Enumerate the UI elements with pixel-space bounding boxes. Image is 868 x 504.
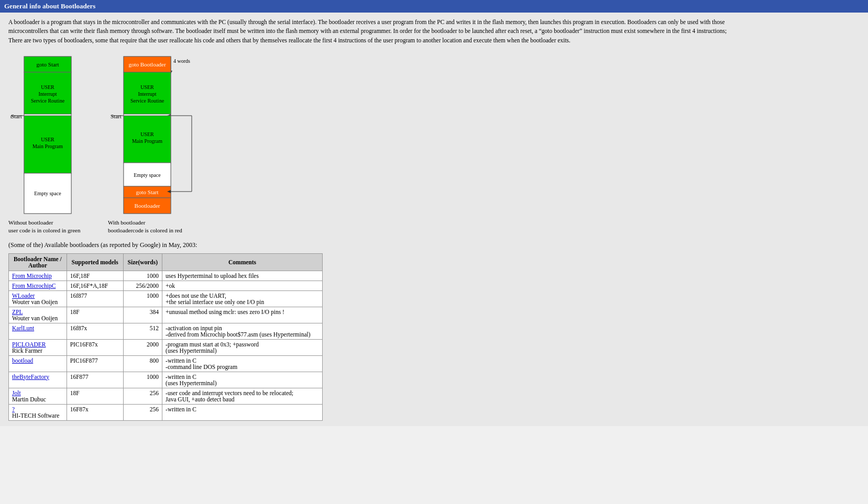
models-cell: 16F877 [67, 372, 123, 388]
svg-text:Interrupt: Interrupt [138, 91, 157, 97]
table-row: WLoaderWouter van Ooijen 16f877 1000 +do… [9, 290, 323, 307]
link-from-microchip[interactable]: From Microchip [12, 273, 52, 279]
size-cell: 256/2000 [123, 281, 162, 290]
diagram-right: 4 words goto Bootloader USER Interrupt [108, 51, 213, 235]
models-cell: 16F,18F [67, 271, 123, 281]
link-bootload[interactable]: bootload [12, 357, 33, 364]
diagrams-area: goto Start USER Interrupt Service Routin… [8, 51, 860, 235]
link-zpl[interactable]: ZPL [12, 309, 23, 315]
table-row: JoltMartin Dubuc 18F 256 -user code and … [9, 388, 323, 404]
svg-text:Start: Start [111, 113, 122, 119]
models-cell: PIC16F87x [67, 339, 123, 355]
svg-text:goto Start: goto Start [36, 61, 59, 68]
comments-cell: -program must start at 0x3; +password(us… [162, 339, 323, 355]
models-cell: 16f87x [67, 323, 123, 339]
table-row: theByteFactory 16F877 1000 -written in C… [9, 372, 323, 388]
table-row: KarlLunt 16f87x 512 -activation on input… [9, 323, 323, 339]
svg-text:Empty space: Empty space [134, 172, 161, 178]
size-cell: 1000 [123, 271, 162, 281]
link-thebytefactory[interactable]: theByteFactory [12, 374, 49, 380]
section-header: (Some of the) Available bootloaders (as … [8, 241, 860, 249]
comments-cell: -written in C-command line DOS program [162, 355, 323, 372]
models-cell: 18F [67, 388, 123, 404]
link-hitech[interactable]: ? [12, 406, 15, 412]
col-header-size: Size(words) [123, 253, 162, 271]
size-cell: 1000 [123, 290, 162, 307]
svg-text:Main Program: Main Program [132, 138, 162, 144]
models-cell: 16F87x [67, 404, 123, 420]
link-from-microchipc[interactable]: From MicrochipC [12, 283, 56, 289]
models-cell: PIC16F877 [67, 355, 123, 372]
size-cell: 1000 [123, 372, 162, 388]
diagram-left: goto Start USER Interrupt Service Routin… [8, 51, 97, 235]
svg-text:Empty space: Empty space [34, 191, 61, 196]
table-row: PICLOADERRick Farmer PIC16F87x 2000 -pro… [9, 339, 323, 355]
svg-text:USER: USER [140, 84, 154, 90]
size-cell: 384 [123, 307, 162, 323]
models-cell: 18F [67, 307, 123, 323]
svg-text:4 words: 4 words [173, 58, 190, 64]
svg-text:USER: USER [41, 84, 54, 90]
table-row: From MicrochipC 16F,16F*A,18F 256/2000 +… [9, 281, 323, 290]
svg-text:Start: Start [11, 113, 22, 119]
table-row: ZPLWouter van Ooijen 18F 384 +unusual me… [9, 307, 323, 323]
svg-text:Bootloader: Bootloader [135, 203, 160, 209]
intro-paragraph-1: A bootloader is a program that stays in … [8, 18, 731, 45]
size-cell: 256 [123, 404, 162, 420]
size-cell: 256 [123, 388, 162, 404]
size-cell: 2000 [123, 339, 162, 355]
comments-cell: uses Hyperterminal to upload hex files [162, 271, 323, 281]
models-cell: 16F,16F*A,18F [67, 281, 123, 290]
bootloader-table: Bootloader Name /Author Supported models… [8, 253, 323, 421]
link-karllunt[interactable]: KarlLunt [12, 325, 34, 331]
col-header-name: Bootloader Name /Author [9, 253, 67, 271]
comments-cell: +unusual method using mclr: uses zero I/… [162, 307, 323, 323]
comments-cell: -activation on input pin-derived from Mi… [162, 323, 323, 339]
svg-text:Service Routine: Service Routine [31, 98, 65, 104]
size-cell: 800 [123, 355, 162, 372]
svg-text:goto Bootloader: goto Bootloader [128, 61, 166, 68]
col-header-comments: Comments [162, 253, 323, 271]
table-row: bootload PIC16F877 800 -written in C-com… [9, 355, 323, 372]
comments-cell: +ok [162, 281, 323, 290]
comments-cell: -written in C [162, 404, 323, 420]
comments-cell: -written in C(uses Hyperterminal) [162, 372, 323, 388]
col-header-models: Supported models [67, 253, 123, 271]
svg-text:USER: USER [140, 131, 154, 137]
svg-text:Service Routine: Service Routine [130, 98, 164, 104]
svg-text:goto Start: goto Start [136, 189, 158, 195]
comments-cell: +does not use the UART,+the serial inter… [162, 290, 323, 307]
link-picloader[interactable]: PICLOADER [12, 341, 46, 348]
models-cell: 16f877 [67, 290, 123, 307]
comments-cell: -user code and interrupt vectors need to… [162, 388, 323, 404]
diagram-left-caption: Without bootloader user code is in color… [8, 219, 80, 235]
size-cell: 512 [123, 323, 162, 339]
svg-text:USER: USER [41, 137, 54, 142]
link-wloader[interactable]: WLoader [12, 293, 35, 299]
table-row: From Microchip 16F,18F 1000 uses Hyperte… [9, 271, 323, 281]
svg-text:Interrupt: Interrupt [39, 91, 57, 97]
page-title: General info about Bootloaders [0, 0, 868, 13]
svg-text:Main Program: Main Program [32, 143, 63, 149]
link-jolt[interactable]: Jolt [12, 390, 21, 396]
diagram-right-caption: With bootloader bootloadercode is colore… [108, 219, 182, 235]
table-row: ?HI-TECH Software 16F87x 256 -written in… [9, 404, 323, 420]
